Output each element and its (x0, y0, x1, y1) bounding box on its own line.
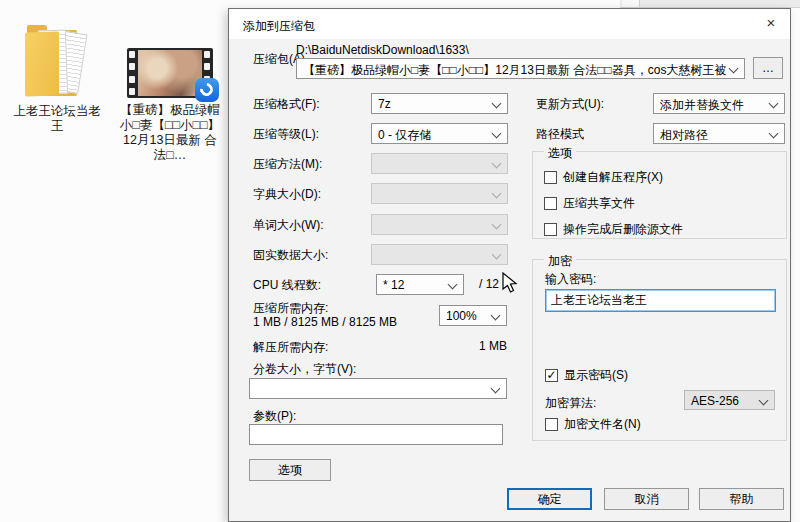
encryption-method-label: 加密算法: (545, 395, 596, 412)
dictionary-label: 字典大小(D): (253, 186, 321, 203)
browse-button[interactable]: … (753, 57, 783, 79)
checkbox-encrypt-filenames[interactable]: 加密文件名(N) (545, 416, 641, 433)
video-file-label[interactable]: 【重磅】极品绿帽小□妻【□□小□□】12月13日最新 合法□… (118, 103, 222, 163)
archive-name-combo[interactable]: 【重磅】极品绿帽小□妻【□□小□□】12月13日最新 合法□□器具，cos大慈树… (296, 58, 745, 79)
chevron-down-icon (759, 396, 769, 406)
chevron-down-icon (492, 129, 502, 139)
chevron-down-icon (492, 99, 502, 109)
chevron-down-icon (769, 129, 779, 139)
chevron-down-icon (492, 220, 502, 230)
folder-icon[interactable] (25, 22, 91, 100)
chevron-down-icon (491, 384, 501, 394)
memory-percent-combo[interactable]: 100% (439, 305, 507, 326)
parameters-label: 参数(P): (253, 408, 296, 425)
checkbox-icon[interactable] (544, 197, 557, 210)
checkbox-icon[interactable] (544, 223, 557, 236)
memory-decompress-label: 解压所需内存: (253, 339, 328, 356)
parameters-input[interactable] (249, 424, 503, 445)
background-window-edge (620, 0, 800, 8)
split-volume-label: 分卷大小，字节(V): (253, 361, 356, 378)
checkbox-create-sfx[interactable]: 创建自解压程序(X) (544, 169, 663, 186)
encryption-method-combo[interactable]: AES-256 (684, 390, 775, 410)
format-label: 压缩格式(F): (253, 96, 320, 113)
password-input[interactable] (545, 289, 776, 312)
mouse-cursor-icon (502, 272, 520, 294)
chevron-down-icon (492, 250, 502, 260)
memory-decompress-value: 1 MB (429, 339, 507, 353)
help-button[interactable]: 帮助 (699, 488, 784, 510)
cpu-threads-max: / 12 (479, 277, 499, 291)
encryption-group-title: 加密 (544, 253, 576, 270)
memory-compress-detail: 1 MB / 8125 MB / 8125 MB (253, 315, 397, 329)
chevron-down-icon (729, 64, 739, 74)
ok-button[interactable]: 确定 (507, 488, 592, 510)
level-combo[interactable]: 0 - 仅存储 (371, 123, 508, 144)
add-to-archive-dialog: 添加到压缩包 × 压缩包(A) D:\BaiduNetdiskDownload\… (228, 8, 791, 522)
options-button[interactable]: 选项 (249, 459, 331, 481)
folder-label[interactable]: 上老王论坛当老王 (8, 104, 106, 134)
path-mode-label: 路径模式 (536, 126, 584, 143)
cpu-threads-combo[interactable]: * 12 (376, 274, 464, 295)
update-mode-label: 更新方式(U): (536, 96, 604, 113)
split-volume-combo[interactable] (249, 378, 507, 399)
video-thumbnail (138, 50, 202, 96)
level-label: 压缩等级(L): (253, 126, 319, 143)
checkbox-delete-after[interactable]: 操作完成后删除源文件 (544, 221, 683, 238)
solid-block-label: 固实数据大小: (253, 247, 328, 264)
video-file-icon[interactable] (127, 48, 213, 98)
checkbox-show-password[interactable]: ✓ 显示密码(S) (545, 367, 628, 384)
cpu-threads-label: CPU 线程数: (253, 277, 321, 294)
format-combo[interactable]: 7z (371, 93, 508, 114)
archive-name-value: 【重磅】极品绿帽小□妻【□□小□□】12月13日最新 合法□□器具，cos大慈树… (303, 62, 726, 79)
path-mode-combo[interactable]: 相对路径 (653, 123, 785, 144)
dialog-title: 添加到压缩包 (243, 18, 315, 35)
checkbox-compress-shared[interactable]: 压缩共享文件 (544, 195, 635, 212)
word-size-label: 单词大小(W): (253, 217, 324, 234)
password-label: 输入密码: (545, 271, 596, 288)
word-size-combo (371, 214, 508, 235)
chevron-down-icon (769, 99, 779, 109)
chevron-down-icon (492, 189, 502, 199)
filmstrip-holes (129, 51, 136, 95)
player-app-badge-icon (195, 78, 219, 102)
update-mode-combo[interactable]: 添加并替换文件 (653, 93, 785, 114)
method-combo (371, 153, 508, 174)
chevron-down-icon (492, 159, 502, 169)
checkbox-checked-icon[interactable]: ✓ (545, 369, 558, 382)
close-icon[interactable]: × (756, 9, 786, 37)
archive-directory: D:\BaiduNetdiskDownload\1633\ (296, 43, 469, 57)
dictionary-combo (371, 183, 508, 204)
dialog-titlebar: 添加到压缩包 × (229, 9, 790, 39)
cancel-button[interactable]: 取消 (604, 488, 689, 510)
chevron-down-icon (491, 311, 501, 321)
checkbox-icon[interactable] (544, 171, 557, 184)
solid-block-combo (371, 244, 508, 265)
checkbox-icon[interactable] (545, 418, 558, 431)
chevron-down-icon (448, 280, 458, 290)
options-group-title: 选项 (544, 145, 576, 162)
method-label: 压缩方法(M): (253, 156, 322, 173)
